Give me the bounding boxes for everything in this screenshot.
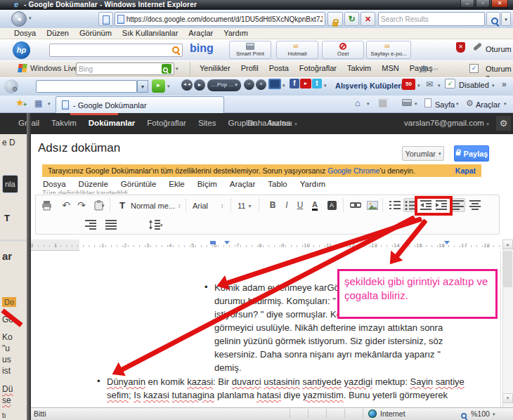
- line-spacing-button[interactable]: [148, 218, 162, 232]
- wl-link[interactable]: Profil: [241, 64, 259, 72]
- search-button[interactable]: [486, 12, 500, 26]
- rss-feed-icon[interactable]: [379, 98, 388, 107]
- line-spacing-dropdown-icon[interactable]: ▾: [160, 223, 163, 228]
- print-icon[interactable]: [402, 99, 412, 106]
- misspelled-word[interactable]: Sayin: [410, 376, 433, 387]
- doc-text[interactable]: en komik: [145, 376, 187, 387]
- misspelled-word[interactable]: santiyede: [302, 376, 342, 387]
- hp-search-icon[interactable]: [172, 46, 180, 54]
- ssl-lock-button[interactable]: [327, 12, 343, 26]
- insert-link-button[interactable]: [349, 198, 363, 212]
- docs-menu-item[interactable]: Araçlar: [223, 180, 261, 188]
- redo-button[interactable]: ↷: [74, 198, 89, 212]
- hp-search-input[interactable]: [52, 46, 170, 54]
- stop-button[interactable]: ✕: [361, 12, 375, 26]
- mail-dropdown-icon[interactable]: ▾: [438, 83, 441, 88]
- ie-menu-item[interactable]: Sık Kullanılanlar: [122, 29, 178, 37]
- media-track-dropdown[interactable]: ....Pop ... ▾: [207, 79, 241, 91]
- tv-icon[interactable]: [268, 79, 281, 89]
- close-button[interactable]: ✕: [491, 0, 508, 8]
- page-shortcut-button[interactable]: [98, 12, 113, 26]
- doc-text-line[interactable]: görmeyici usulüyle. Nikâh defterine imza…: [214, 321, 453, 334]
- wl-checkbox-icon[interactable]: ✓: [469, 64, 479, 73]
- docs-menu-item[interactable]: Görüntüle: [115, 180, 163, 188]
- insert-image-button[interactable]: [365, 198, 379, 212]
- doc-text-line[interactable]: Dünyanin en komik kazasi: Bir duvarci us…: [107, 375, 504, 388]
- underline-button[interactable]: U: [293, 198, 307, 212]
- zoom-dropdown-icon[interactable]: ▾: [493, 412, 495, 416]
- docs-menu-item[interactable]: Yardım: [294, 180, 332, 188]
- docs-menu-item[interactable]: Biçim: [191, 180, 223, 188]
- facebook-icon[interactable]: f: [290, 79, 299, 88]
- media-combo-box[interactable]: [36, 80, 137, 93]
- warning-close-link[interactable]: Kapat: [455, 164, 476, 177]
- misspelled-word[interactable]: kazasi: [187, 376, 213, 387]
- italic-button[interactable]: I: [280, 198, 294, 212]
- bing-logo[interactable]: bing: [190, 42, 214, 55]
- minimize-button[interactable]: –: [460, 0, 474, 8]
- mail-toolbar-icon[interactable]: ✉: [426, 79, 433, 89]
- social-dropdown-icon[interactable]: ▾: [324, 83, 327, 88]
- ie-menu-item[interactable]: Görünüm: [79, 29, 112, 37]
- highlight-color-button[interactable]: A: [325, 198, 339, 212]
- toolbar-overflow-icon[interactable]: »: [502, 79, 507, 89]
- search-options-dropdown[interactable]: ▾: [501, 12, 511, 26]
- align-left-button[interactable]: [451, 198, 465, 212]
- media-combo-dropdown[interactable]: ▼: [137, 80, 148, 93]
- address-bar[interactable]: [115, 12, 325, 26]
- wl-page-icon[interactable]: ▦: [420, 64, 427, 73]
- misspelled-word[interactable]: sefim: [107, 390, 129, 400]
- more-menu[interactable]: Daha fazlası ▾: [247, 119, 297, 127]
- home-dropdown-icon[interactable]: ▾: [367, 101, 370, 106]
- text-color-button[interactable]: A: [308, 198, 322, 212]
- indent-marker-left[interactable]: [224, 241, 230, 244]
- maximize-button[interactable]: ▫: [476, 0, 490, 8]
- align-right-button[interactable]: [84, 218, 98, 232]
- misspelled-word[interactable]: tutanagina: [172, 390, 215, 400]
- url-input[interactable]: [126, 15, 323, 23]
- hp-search-box[interactable]: [49, 44, 183, 57]
- misspelled-word[interactable]: duvarci: [232, 376, 261, 387]
- search-input[interactable]: [381, 15, 482, 23]
- media-combo-input[interactable]: [39, 83, 134, 91]
- settings-button[interactable]: ⚙: [496, 116, 511, 131]
- google-bar-link[interactable]: Takvim: [51, 119, 77, 127]
- misspelled-word[interactable]: kazasi: [143, 390, 169, 400]
- ie-menu-item[interactable]: Yardım: [223, 29, 248, 37]
- youtube-icon[interactable]: ►: [300, 79, 311, 88]
- home-icon[interactable]: ⌂: [355, 98, 361, 108]
- misspelled-word[interactable]: ustasinin: [264, 376, 299, 387]
- wl-search-box[interactable]: [76, 63, 174, 75]
- docs-menu-item[interactable]: Dosya: [37, 180, 72, 188]
- twitter-icon[interactable]: t: [312, 79, 322, 88]
- media-play-button[interactable]: ►: [194, 79, 205, 91]
- wl-link[interactable]: Yenilikler: [200, 64, 230, 72]
- style-dropdown[interactable]: Normal me...↕: [131, 202, 181, 210]
- google-bar-link[interactable]: Sites: [198, 119, 216, 127]
- back-button[interactable]: ◄: [11, 11, 27, 27]
- disabled-dropdown-icon[interactable]: ▾: [492, 83, 495, 88]
- deals-badge[interactable]: 50: [402, 79, 415, 90]
- wl-link[interactable]: MSN: [382, 64, 398, 72]
- misspelled-word[interactable]: Dünyanin: [107, 376, 145, 387]
- scroll-down-button[interactable]: ▼: [502, 393, 513, 403]
- scrollbar-thumb[interactable]: [503, 251, 512, 287]
- print-dropdown-icon[interactable]: ▾: [415, 101, 417, 106]
- doc-text-line[interactable]: demiş.: [214, 361, 453, 374]
- tools-menu-label[interactable]: Araçlar: [476, 100, 500, 109]
- google-bar-link[interactable]: Fotoğraflar: [147, 119, 186, 127]
- doc-text-line[interactable]: sefim; Is kazasi tutanagina planlama hat…: [107, 388, 504, 402]
- hp-toolbar-button[interactable]: Hotmail: [276, 41, 318, 59]
- hp-toolbar-button[interactable]: Özel: [322, 41, 364, 59]
- quick-tabs-icon[interactable]: ▦: [34, 98, 42, 108]
- print-button[interactable]: [39, 198, 53, 212]
- account-menu[interactable]: varslan76@gmail.com ▾: [404, 119, 489, 127]
- comments-button[interactable]: Yorumlar▾: [402, 146, 444, 161]
- docs-menu-item[interactable]: Tablo: [261, 180, 294, 188]
- deals-dropdown-icon[interactable]: ▾: [417, 83, 420, 88]
- go-button[interactable]: ►: [152, 79, 165, 93]
- font-dropdown[interactable]: Arial↕: [193, 202, 223, 210]
- indent-marker-right[interactable]: [444, 241, 450, 244]
- share-button[interactable]: Paylaş: [454, 145, 489, 162]
- tv-dropdown-icon[interactable]: ▾: [283, 83, 285, 88]
